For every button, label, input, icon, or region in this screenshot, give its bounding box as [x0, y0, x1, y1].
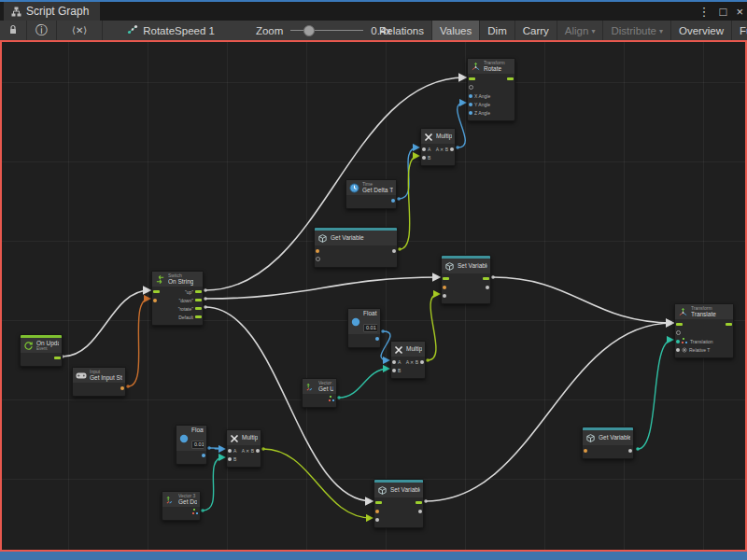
blue-value-port[interactable]	[375, 337, 379, 341]
self-port[interactable]	[469, 85, 473, 90]
toolbar-button-distribute[interactable]: Distribute▾	[603, 21, 671, 40]
node-title: Get Variable	[331, 235, 364, 242]
tab-script-graph[interactable]: Script Graph	[4, 2, 100, 21]
flow-port[interactable]	[469, 77, 475, 80]
node-get-variable-br[interactable]: Get Variable	[582, 427, 634, 459]
info-button[interactable]: ⓘ	[27, 21, 57, 40]
gray-value-port[interactable]	[392, 369, 396, 372]
orange-value-port[interactable]	[584, 449, 587, 453]
window-close-button[interactable]: ×	[736, 5, 743, 19]
orange-value-port[interactable]	[120, 386, 124, 390]
flow-port[interactable]	[483, 277, 489, 280]
gray-value-port[interactable]	[628, 449, 632, 453]
vector3-port[interactable]	[329, 396, 335, 402]
blue-value-port[interactable]	[202, 454, 205, 457]
node-get-delta-time[interactable]: TimeGet Delta Time	[345, 179, 397, 209]
node-multiply-bot[interactable]: MultiplyABA ✕ B	[226, 429, 261, 468]
node-get-down[interactable]: Vector 3Get Down	[162, 491, 201, 521]
value-field[interactable]: 0.01	[363, 324, 377, 332]
orange-value-port[interactable]	[153, 299, 157, 302]
flow-port[interactable]	[507, 77, 514, 80]
vector3-port[interactable]	[192, 509, 199, 515]
lock-button[interactable]	[0, 21, 27, 40]
teal-value-port[interactable]	[676, 340, 680, 343]
toolbar-button-carry[interactable]: Carry	[515, 21, 557, 40]
blue-value-port[interactable]	[469, 94, 472, 98]
node-multiply-top[interactable]: MultiplyABA ✕ B	[420, 128, 456, 166]
self-port[interactable]	[316, 257, 320, 261]
toolbar-button-label: Overview	[679, 25, 724, 36]
gray-value-port[interactable]	[228, 449, 232, 453]
toolbar-button-full-screen[interactable]: Full Screen	[732, 21, 747, 40]
toolbar-button-dim[interactable]: Dim	[480, 21, 514, 40]
toolbar-button-values[interactable]: Values	[432, 21, 480, 40]
orange-value-port[interactable]	[375, 510, 379, 513]
gray-value-port[interactable]	[392, 360, 396, 364]
wire-orange	[128, 299, 149, 386]
blue-value-port[interactable]	[469, 111, 472, 115]
node-get-up[interactable]: Vector 3Get Up	[302, 378, 337, 408]
port-label: A	[233, 448, 236, 454]
node-translate[interactable]: TransformTranslateTranslationRelative T	[674, 303, 734, 358]
node-title: Multiply	[406, 346, 422, 353]
toolbar-button-align[interactable]: Align▾	[557, 21, 604, 40]
port-row	[317, 247, 320, 254]
gray-value-port[interactable]	[450, 147, 454, 151]
node-get-input-string[interactable]: InputGet Input String	[72, 367, 126, 397]
gray-value-port[interactable]	[228, 457, 232, 461]
flow-port[interactable]	[676, 323, 683, 326]
gray-value-port[interactable]	[422, 147, 426, 151]
blue-value-port[interactable]	[391, 199, 395, 203]
gray-value-port[interactable]	[420, 360, 424, 364]
zoom-slider-thumb[interactable]	[303, 25, 315, 36]
flow-port[interactable]	[195, 315, 202, 318]
node-float-mid[interactable]: Float0.01	[347, 308, 381, 348]
orange-value-port[interactable]	[316, 249, 319, 253]
flow-port[interactable]	[195, 299, 202, 301]
blue-value-port[interactable]	[469, 103, 472, 106]
node-rotate[interactable]: TransformRotateX AngleY AngleZ Angle	[467, 58, 515, 121]
gray-value-port[interactable]	[676, 348, 680, 352]
flow-port[interactable]	[375, 501, 382, 504]
node-on-update[interactable]: On UpdateEvent	[20, 334, 63, 367]
port-row	[376, 516, 382, 523]
flow-port[interactable]	[54, 357, 61, 359]
wire-layer	[0, 40, 747, 552]
flow-port[interactable]	[153, 290, 160, 293]
wire-source-dot	[204, 305, 207, 309]
node-header: TransformTranslate	[675, 304, 733, 319]
node-header: TransformRotate	[468, 59, 514, 74]
port-label: Z Angle	[474, 110, 490, 116]
window-menu-button[interactable]: ⋮	[698, 5, 711, 19]
gray-value-port[interactable]	[256, 449, 260, 453]
port-row: A	[393, 358, 401, 365]
toolbar-button-overview[interactable]: Overview	[671, 21, 732, 40]
node-get-variable-top[interactable]: Get Variable	[314, 227, 398, 268]
gray-value-port[interactable]	[375, 518, 379, 522]
node-multiply-mid[interactable]: MultiplyABA ✕ B	[390, 341, 426, 379]
node-switch-on-string[interactable]: SwitchOn String"up""down""rotate"Default	[151, 271, 204, 326]
graph-breadcrumb[interactable]: RotateSpeed 1	[120, 21, 222, 40]
node-float-bot[interactable]: Float0.01	[176, 425, 207, 465]
window-maximize-button[interactable]: □	[720, 5, 727, 19]
flow-port[interactable]	[195, 307, 202, 310]
orange-value-port[interactable]	[443, 286, 446, 289]
code-view-button[interactable]: ⟨✕⟩	[57, 21, 103, 40]
self-port[interactable]	[676, 330, 681, 335]
flow-port[interactable]	[416, 501, 422, 504]
toolbar-button-relations[interactable]: Relations	[372, 21, 432, 40]
value-field[interactable]: 0.01	[191, 441, 204, 449]
gray-value-port[interactable]	[443, 294, 446, 298]
flow-port[interactable]	[726, 323, 732, 326]
node-set-variable-mid[interactable]: Set Variable	[441, 255, 491, 304]
zoom-slider[interactable]	[290, 21, 363, 40]
gray-value-port[interactable]	[392, 249, 396, 253]
gray-value-port[interactable]	[422, 156, 426, 160]
flow-port[interactable]	[443, 277, 449, 280]
graph-canvas[interactable]: TransformRotateX AngleY AngleZ AngleMult…	[0, 40, 747, 552]
gray-value-port[interactable]	[486, 286, 489, 289]
gray-value-port[interactable]	[418, 510, 422, 513]
flow-port[interactable]	[195, 290, 202, 293]
node-set-variable-bot[interactable]: Set Variable	[374, 479, 424, 528]
wire-source-dot	[456, 146, 459, 149]
